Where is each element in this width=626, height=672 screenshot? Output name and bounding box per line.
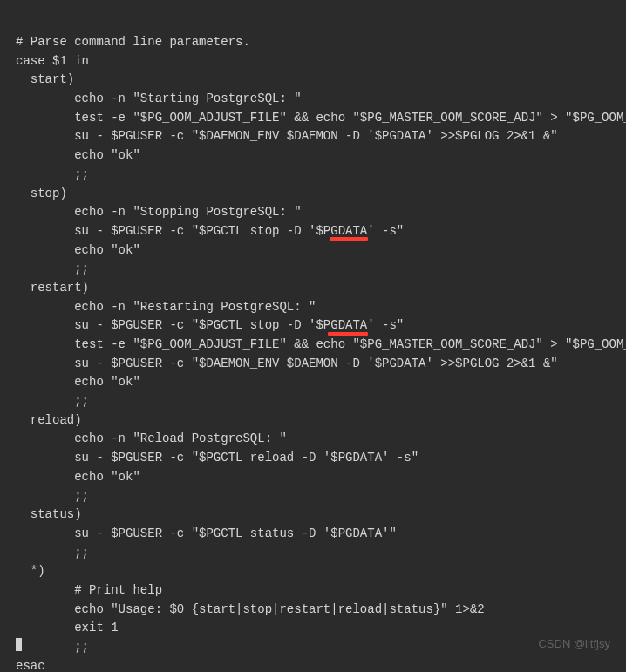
code-line[interactable]: ;; (16, 392, 626, 411)
code-line[interactable]: su - $PGUSER -c "$DAEMON_ENV $DAEMON -D … (16, 127, 626, 146)
code-line[interactable]: ;; (16, 638, 626, 657)
watermark-text: CSDN @lltfjsy (538, 635, 610, 653)
code-line[interactable]: echo -n "Starting PostgreSQL: " (16, 90, 626, 109)
code-line[interactable]: status) (16, 506, 626, 525)
code-line[interactable]: ;; (16, 487, 626, 506)
code-line[interactable]: su - $PGUSER -c "$PGCTL stop -D '$PGDATA… (16, 316, 626, 336)
code-line[interactable]: restart) (16, 279, 626, 298)
code-line[interactable]: echo "ok" (16, 146, 626, 166)
annotation-underline (328, 332, 368, 336)
code-line[interactable]: echo -n "Stopping PostgreSQL: " (16, 203, 626, 222)
code-line[interactable]: stop) (16, 185, 626, 204)
code-line[interactable]: su - $PGUSER -c "$DAEMON_ENV $DAEMON -D … (16, 355, 626, 374)
code-line[interactable]: test -e "$PG_OOM_ADJUST_FILE" && echo "$… (16, 109, 626, 128)
code-line[interactable]: su - $PGUSER -c "$PGCTL stop -D '$PGDATA… (16, 222, 626, 241)
code-line[interactable]: echo "Usage: $0 {start|stop|restart|relo… (16, 601, 626, 620)
code-line[interactable]: su - $PGUSER -c "$PGCTL status -D '$PGDA… (16, 525, 626, 544)
code-line[interactable]: ;; (16, 544, 626, 563)
code-editor[interactable]: # Parse command line parameters.case $1 … (0, 0, 626, 672)
code-line[interactable]: echo "ok" (16, 241, 626, 261)
code-line[interactable]: su - $PGUSER -c "$PGCTL reload -D '$PGDA… (16, 449, 626, 468)
code-line[interactable]: esac (16, 657, 626, 672)
code-line[interactable]: exit 1 (16, 619, 626, 638)
code-line[interactable]: ;; (16, 166, 626, 185)
code-line[interactable]: # Print help (16, 581, 626, 601)
code-line[interactable]: ;; (16, 260, 626, 279)
code-line[interactable]: test -e "$PG_OOM_ADJUST_FILE" && echo "$… (16, 336, 626, 355)
code-line[interactable]: case $1 in (16, 52, 626, 71)
code-line[interactable]: echo -n "Restarting PostgreSQL: " (16, 298, 626, 317)
code-line[interactable]: *) (16, 562, 626, 581)
code-line[interactable]: start) (16, 71, 626, 90)
code-line[interactable]: # Parse command line parameters. (16, 33, 626, 52)
code-line[interactable]: echo "ok" (16, 468, 626, 487)
code-line[interactable]: echo -n "Reload PostgreSQL: " (16, 430, 626, 449)
text-cursor (16, 638, 22, 651)
code-line[interactable]: reload) (16, 411, 626, 431)
code-line[interactable]: echo "ok" (16, 373, 626, 392)
annotation-underline (330, 237, 368, 241)
